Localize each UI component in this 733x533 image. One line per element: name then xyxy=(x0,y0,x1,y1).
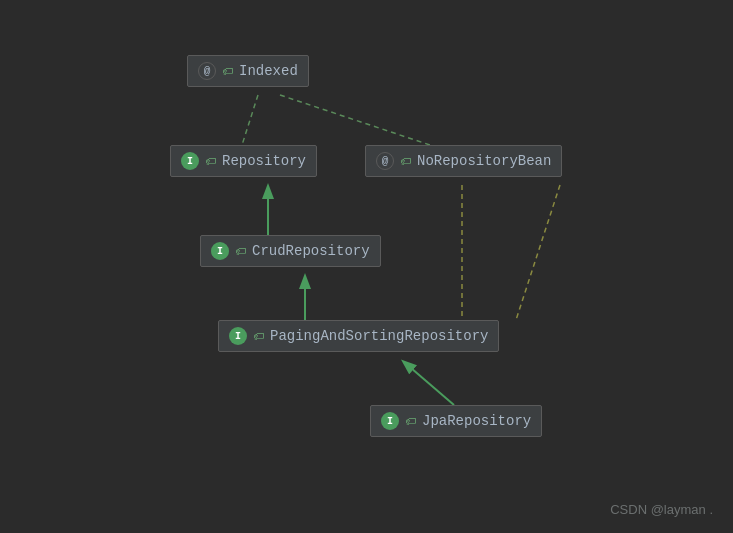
icon-indexed: 🏷 xyxy=(222,65,233,78)
svg-line-4 xyxy=(404,362,454,405)
badge-paging-sorting: I xyxy=(229,327,247,345)
node-crud-repository: I 🏷 CrudRepository xyxy=(200,235,381,267)
label-indexed: Indexed xyxy=(239,63,298,79)
svg-line-0 xyxy=(242,95,258,145)
node-paging-sorting-repository: I 🏷 PagingAndSortingRepository xyxy=(218,320,499,352)
badge-no-repository-bean: @ xyxy=(376,152,394,170)
icon-repository: 🏷 xyxy=(205,155,216,168)
node-indexed: @ 🏷 Indexed xyxy=(187,55,309,87)
icon-no-repository-bean: 🏷 xyxy=(400,155,411,168)
node-jpa-repository: I 🏷 JpaRepository xyxy=(370,405,542,437)
badge-repository: I xyxy=(181,152,199,170)
svg-line-1 xyxy=(280,95,430,145)
label-jpa-repository: JpaRepository xyxy=(422,413,531,429)
badge-jpa-repository: I xyxy=(381,412,399,430)
watermark: CSDN @layman . xyxy=(610,502,713,517)
node-no-repository-bean: @ 🏷 NoRepositoryBean xyxy=(365,145,562,177)
icon-crud-repository: 🏷 xyxy=(235,245,246,258)
label-paging-sorting: PagingAndSortingRepository xyxy=(270,328,488,344)
label-crud-repository: CrudRepository xyxy=(252,243,370,259)
badge-crud-repository: I xyxy=(211,242,229,260)
diagram-container: @ 🏷 Indexed I 🏷 Repository @ 🏷 NoReposit… xyxy=(0,0,733,533)
icon-paging-sorting: 🏷 xyxy=(253,330,264,343)
icon-jpa-repository: 🏷 xyxy=(405,415,416,428)
svg-line-6 xyxy=(516,185,560,320)
label-no-repository-bean: NoRepositoryBean xyxy=(417,153,551,169)
node-repository: I 🏷 Repository xyxy=(170,145,317,177)
label-repository: Repository xyxy=(222,153,306,169)
badge-indexed: @ xyxy=(198,62,216,80)
